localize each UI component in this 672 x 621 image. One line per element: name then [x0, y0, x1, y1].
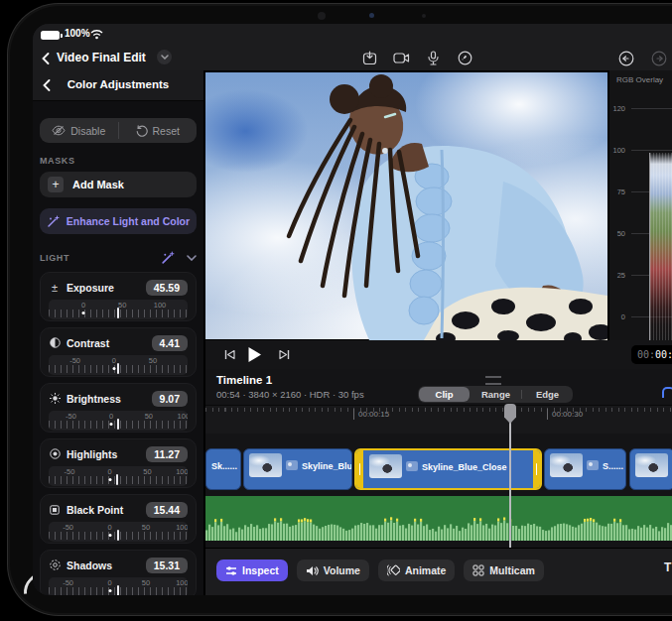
value-marker[interactable]: [117, 308, 119, 318]
nav-bar: Video Final Edit: [33, 46, 672, 70]
inspect-sliders-icon: [225, 565, 237, 576]
undo-button[interactable]: [616, 49, 635, 67]
shadows-icon: [49, 559, 61, 570]
contrast-icon: [49, 337, 61, 348]
record-video-button[interactable]: [392, 49, 411, 67]
playhead-line[interactable]: [509, 409, 511, 548]
slider-value[interactable]: 9.07: [152, 391, 188, 407]
tick-marks: [49, 476, 188, 484]
multicam-button[interactable]: Multicam: [464, 559, 544, 581]
scale-label: 0: [108, 467, 112, 476]
battery-icon: [41, 31, 60, 40]
video-preview[interactable]: [205, 70, 607, 340]
scale-label: 100: [176, 467, 188, 476]
clip[interactable]: S......: [544, 448, 626, 490]
panel-title: Color Adjustments: [33, 78, 203, 90]
ruler-timestamp: 00:00:15: [353, 409, 389, 420]
undo-icon: [618, 51, 634, 66]
slider-value[interactable]: 15.44: [146, 502, 188, 518]
add-mask-label: Add Mask: [72, 179, 124, 190]
value-marker[interactable]: [116, 474, 118, 485]
disable-button[interactable]: Disable: [40, 118, 118, 143]
light-wand-icon: [161, 251, 175, 265]
redo-button[interactable]: [649, 49, 668, 67]
value-marker[interactable]: [117, 585, 119, 595]
light-collapse-chevron-icon[interactable]: [187, 255, 197, 261]
import-button[interactable]: [360, 49, 379, 67]
timeline-area: Timeline 1 00:54 · 3840 × 2160 · HDR · 3…: [205, 369, 672, 595]
audio-track[interactable]: [205, 496, 672, 541]
clip-label: Skyline_Blue_Wide: [302, 461, 352, 471]
timeline-ruler[interactable]: 00:00:15 00:00:30: [205, 405, 672, 434]
previous-frame-button[interactable]: [224, 349, 235, 360]
project-dropdown-button[interactable]: [157, 50, 172, 64]
slider-value[interactable]: 15.31: [146, 558, 188, 573]
slider-name: Contrast: [67, 337, 146, 349]
highlights-icon: [49, 448, 61, 459]
scale-label: -50: [65, 467, 75, 476]
slider-value[interactable]: 45.59: [146, 280, 188, 296]
slider-ruler[interactable]: -50 0 50 100: [49, 577, 188, 595]
exposure-icon: ±: [49, 282, 61, 294]
origin-dot: [112, 367, 115, 370]
project-title[interactable]: Video Final Edit: [57, 51, 146, 64]
value-marker[interactable]: [117, 419, 119, 430]
record-audio-button[interactable]: [424, 49, 443, 67]
add-mask-button[interactable]: + Add Mask: [40, 172, 197, 197]
next-frame-button[interactable]: [279, 349, 290, 360]
chevron-down-icon: [161, 55, 169, 60]
black-point-icon: [49, 505, 61, 515]
clip[interactable]: Sk......: [205, 448, 241, 490]
timeline-drag-handle[interactable]: [485, 376, 501, 385]
clip-selected[interactable]: Skyline_Blue_Close: [354, 448, 542, 490]
magic-wand-icon: [47, 215, 60, 228]
scale-label: -50: [63, 578, 73, 587]
play-button[interactable]: [247, 346, 262, 363]
clipped-edge-button[interactable]: T: [664, 560, 672, 574]
origin-dot: [110, 423, 113, 426]
transport-bar: 00:00:27:17: [205, 340, 672, 369]
clip[interactable]: [629, 448, 672, 490]
scale-label: -50: [69, 356, 80, 365]
clip-label: Skyline_Blue_Close: [422, 462, 507, 472]
trim-handle-left[interactable]: [356, 450, 363, 488]
timecode-display[interactable]: 00:00:27:17: [631, 345, 672, 364]
clip[interactable]: Skyline_Blue_Wide: [243, 448, 352, 490]
enhance-button[interactable]: Enhance Light and Color: [40, 208, 197, 234]
scale-label: 50: [149, 356, 157, 365]
pencil-tools-button[interactable]: [456, 49, 474, 67]
preview-subject: [205, 72, 607, 340]
back-chevron-icon[interactable]: [42, 53, 50, 64]
slider-value[interactable]: 11.27: [146, 446, 188, 462]
value-marker[interactable]: [117, 363, 119, 374]
rgb-overlay-scope: RGB Overlay 120 100 75 50 25 0 -20: [607, 70, 672, 340]
scale-label: 100: [176, 578, 188, 587]
mode-clip[interactable]: Clip: [419, 387, 470, 402]
inspect-button[interactable]: Inspect: [216, 559, 288, 581]
slider-ruler[interactable]: -50 0 50 100: [49, 522, 188, 542]
scale-label: 100: [178, 412, 188, 421]
slider-ruler[interactable]: -50 0 50 100: [49, 411, 188, 431]
slider-ruler[interactable]: -50 0 50 100: [49, 466, 188, 486]
mode-edge[interactable]: Edge: [522, 386, 573, 403]
pencil-circle-icon: [458, 51, 472, 65]
redo-icon: [651, 51, 667, 66]
slider-ruler[interactable]: 0 50 100: [49, 300, 188, 319]
light-header-label: LIGHT: [40, 253, 161, 263]
reset-button[interactable]: Reset: [119, 118, 198, 143]
volume-button[interactable]: Volume: [297, 559, 369, 581]
mode-range[interactable]: Range: [470, 386, 521, 403]
scale-label: 100: [154, 301, 167, 310]
animate-button[interactable]: Animate: [378, 559, 455, 581]
scale-label: 0: [81, 301, 85, 310]
timecode-hours: 00:: [637, 349, 655, 360]
trim-handle-right[interactable]: [533, 450, 540, 488]
value-marker[interactable]: [117, 530, 119, 541]
slider-value[interactable]: 4.41: [152, 335, 188, 351]
slider-ruler[interactable]: -50 0 50: [49, 355, 188, 375]
multicam-label: Multicam: [489, 564, 535, 576]
camera-sensor-dot: [369, 13, 374, 18]
snapping-icon[interactable]: [662, 387, 672, 398]
enhance-label: Enhance Light and Color: [67, 215, 190, 227]
video-track: Sk...... Skyline_Blue_Wide Skyline_Blue_…: [205, 448, 672, 490]
